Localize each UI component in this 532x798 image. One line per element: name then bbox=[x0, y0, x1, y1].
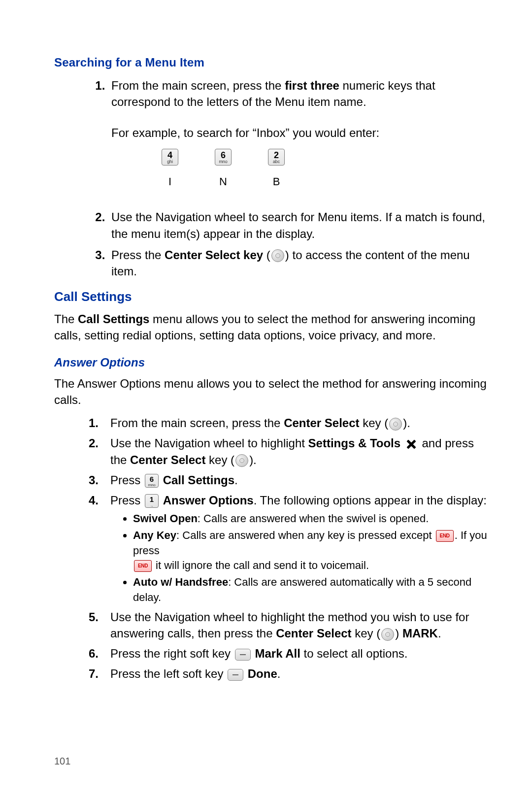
heading-call-settings: Call Settings bbox=[54, 288, 488, 306]
key-letter: N bbox=[214, 174, 233, 189]
text-bold: first three bbox=[285, 79, 339, 92]
call-settings-intro: The Call Settings menu allows you to sel… bbox=[54, 311, 488, 343]
key-col-3: 2abc B bbox=[267, 148, 286, 189]
center-select-icon bbox=[389, 418, 402, 431]
search-steps: From the main screen, press the first th… bbox=[54, 77, 488, 279]
center-select-icon bbox=[381, 628, 394, 641]
key-col-1: 4ghi I bbox=[161, 148, 179, 189]
key-col-2: 6mno N bbox=[214, 148, 233, 189]
center-select-icon bbox=[235, 454, 248, 467]
answer-step-6: Press the right soft key Mark All to sel… bbox=[108, 645, 488, 662]
left-softkey-icon bbox=[228, 669, 243, 681]
option-auto-handsfree: Auto w/ Handsfree: Calls are answered au… bbox=[133, 575, 488, 605]
manual-page: Searching for a Menu Item From the main … bbox=[0, 0, 532, 798]
search-step-2: Use the Navigation wheel to search for M… bbox=[108, 209, 488, 241]
answer-step-5: Use the Navigation wheel to highlight th… bbox=[108, 609, 488, 641]
heading-searching: Searching for a Menu Item bbox=[54, 54, 488, 70]
end-key-icon: END bbox=[134, 560, 152, 572]
text: From the main screen, press the bbox=[111, 79, 285, 92]
numkey-6-icon: 6mno bbox=[145, 474, 159, 488]
text: Use the Navigation wheel to search for M… bbox=[111, 210, 485, 240]
center-select-icon bbox=[271, 249, 284, 262]
answer-steps: From the main screen, press the Center S… bbox=[54, 415, 488, 682]
answer-options-list: Swivel Open: Calls are answered when the… bbox=[121, 511, 488, 605]
page-number: 101 bbox=[54, 755, 70, 768]
example-key-row: 4ghi I 6mno N 2abc B bbox=[161, 148, 488, 189]
right-softkey-icon bbox=[235, 649, 251, 661]
key-letter: B bbox=[267, 174, 286, 189]
answer-step-7: Press the left soft key Done. bbox=[108, 665, 488, 682]
text: Press the bbox=[111, 248, 165, 262]
numkey-2-icon: 2abc bbox=[268, 149, 285, 166]
answer-step-2: Use the Navigation wheel to highlight Se… bbox=[108, 435, 488, 467]
answer-step-3: Press 6mno Call Settings. bbox=[108, 472, 488, 488]
option-any-key: Any Key: Calls are answered when any key… bbox=[133, 528, 488, 573]
text-bold: Center Select key bbox=[165, 248, 263, 262]
option-swivel-open: Swivel Open: Calls are answered when the… bbox=[133, 511, 488, 526]
answer-step-1: From the main screen, press the Center S… bbox=[108, 415, 488, 431]
numkey-4-icon: 4ghi bbox=[162, 149, 178, 166]
end-key-icon: END bbox=[436, 530, 454, 542]
settings-tools-icon bbox=[405, 438, 418, 451]
answer-step-4: Press 1., Answer Options. The following … bbox=[108, 492, 488, 605]
search-step-3: Press the Center Select key () to access… bbox=[108, 247, 488, 279]
heading-answer-options: Answer Options bbox=[54, 354, 488, 370]
text: ( bbox=[263, 248, 270, 262]
numkey-6-icon: 6mno bbox=[215, 149, 232, 166]
key-letter: I bbox=[161, 174, 179, 189]
search-step-1: From the main screen, press the first th… bbox=[108, 77, 488, 189]
numkey-1-icon: 1., bbox=[145, 494, 159, 508]
example-intro: For example, to search for “Inbox” you w… bbox=[111, 125, 488, 141]
answer-options-intro: The Answer Options menu allows you to se… bbox=[54, 375, 488, 408]
